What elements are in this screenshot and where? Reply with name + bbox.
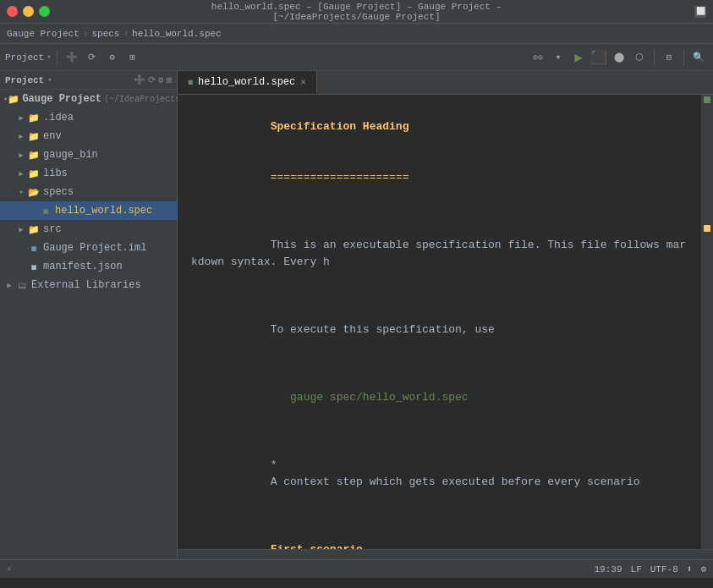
sidebar-gear-icon[interactable]: ⚙ [158, 74, 164, 85]
sidebar-item-hello-world-spec[interactable]: ▶ ◼ hello_world.spec [0, 201, 177, 220]
sidebar-item-gauge-project[interactable]: ▾ 📁 Gauge Project (~/IdeaProjects... [0, 90, 177, 108]
add-icon[interactable]: ➕ [63, 48, 81, 67]
editor-area: ◼ hello_world.spec ✕ Specification Headi… [178, 71, 713, 559]
sidebar-item-idea[interactable]: ▶ 📁 .idea [0, 108, 177, 127]
toolbar-separator-2 [654, 49, 655, 66]
close-button[interactable] [7, 6, 18, 17]
title-bar: hello_world.spec – [Gauge Project] – Gau… [0, 0, 713, 24]
sidebar-item-gauge-bin[interactable]: ▶ 📁 gauge_bin [0, 146, 177, 164]
heading-underline: ===================== [271, 171, 409, 184]
line-text-5 [178, 288, 701, 305]
git-icon[interactable]: ⬆ [687, 563, 693, 574]
breadcrumb-project[interactable]: Gauge Project [7, 29, 80, 39]
breadcrumb-file[interactable]: hello_world.spec [132, 29, 222, 39]
toolbar-right: ⊕⊗ ▾ ▶ ⬛ ⬤ ⬡ ⊟ 🔍 [529, 48, 708, 67]
editor-line-10: * A context step which gets executed bef… [178, 440, 701, 508]
line-text-1: Specification Heading [178, 102, 701, 152]
folder-icon-src: 📁 [27, 223, 41, 236]
search-button[interactable]: 🔍 [689, 48, 708, 67]
settings-status-icon[interactable]: ⚙ [700, 563, 706, 574]
expand-arrow-idea: ▶ [15, 112, 27, 124]
editor-content[interactable]: Specification Heading ==================… [178, 95, 701, 549]
tab-spec-icon: ◼ [188, 77, 193, 87]
sidebar-item-external-libraries[interactable]: ▶ 🗂 External Libraries [0, 276, 177, 294]
editor-horizontal-scrollbar[interactable] [178, 549, 713, 559]
status-encoding: UTF-8 [650, 564, 678, 574]
gauge-icon[interactable]: ⊕⊗ [529, 48, 547, 67]
settings-icon[interactable]: ⚙ [103, 48, 122, 67]
status-time: 19:39 [595, 564, 623, 574]
breadcrumb-sep-1: › [83, 29, 89, 39]
title-bar-right: ⬜ [691, 6, 706, 18]
sidebar-layout-icon[interactable]: ⊞ [166, 74, 172, 85]
sidebar-item-manifest-json[interactable]: ▶ ◼ manifest.json [0, 257, 177, 276]
line-text-6: To execute this specification, use [178, 305, 701, 355]
editor-line-4: This is an executable specification file… [178, 220, 701, 288]
minimize-button[interactable] [23, 6, 34, 17]
iml-file-icon: ◼ [27, 241, 41, 255]
line-text-3 [178, 203, 701, 220]
line-text-12: First scenario [178, 525, 701, 549]
expand-arrow-libs: ▶ [15, 168, 27, 179]
toolbar-project-section: Project ▾ [5, 52, 52, 63]
toolbar-project-label: Project ▾ [5, 52, 52, 63]
run-button[interactable]: ▶ [569, 48, 588, 67]
profile-button[interactable]: ⬡ [630, 48, 649, 67]
expand-arrow-src: ▶ [15, 223, 27, 235]
sidebar-header: Project ▾ ➕ ⟳ ⚙ ⊞ [0, 71, 177, 90]
main-layout: Project ▾ ➕ ⟳ ⚙ ⊞ ▾ 📁 Gauge Project (~/I… [0, 71, 713, 559]
sidebar-item-src[interactable]: ▶ 📁 src [0, 220, 177, 239]
expand-arrow-specs: ▾ [15, 186, 27, 198]
editor-line-8: gauge spec/hello_world.spec [178, 372, 701, 423]
sidebar: Project ▾ ➕ ⟳ ⚙ ⊞ ▾ 📁 Gauge Project (~/I… [0, 71, 178, 559]
heading-text: Specification Heading [271, 120, 409, 133]
status-right: 19:39 LF UTF-8 ⬆ ⚙ [595, 563, 706, 574]
line-text-4: This is an executable specification file… [178, 220, 701, 288]
layout-toggle-button[interactable]: ⊟ [660, 48, 678, 67]
maximize-button[interactable] [39, 6, 50, 17]
layout-icon[interactable]: ⊞ [123, 48, 142, 67]
editor-line-9 [178, 423, 701, 440]
sync-icon[interactable]: ⟳ [83, 48, 101, 67]
editor-with-margin: Specification Heading ==================… [178, 95, 713, 549]
external-libraries-icon: 🗂 [15, 278, 29, 292]
status-bar: ⚡ 19:39 LF UTF-8 ⬆ ⚙ [0, 559, 713, 578]
editor-right-margin [701, 95, 713, 549]
window-resize-btn[interactable]: ⬜ [694, 6, 706, 18]
folder-open-icon-specs: 📂 [27, 185, 41, 199]
window-title: hello_world.spec – [Gauge Project] – Gau… [178, 2, 535, 22]
folder-icon-gauge-bin: 📁 [27, 148, 41, 162]
expand-arrow-env: ▶ [15, 130, 27, 142]
debug-button[interactable]: ⬛ [590, 48, 608, 67]
folder-open-icon: 📁 [8, 92, 19, 106]
sidebar-header-label: Project [5, 75, 44, 85]
tab-bar: ◼ hello_world.spec ✕ [178, 71, 713, 95]
sidebar-add-icon[interactable]: ➕ [134, 74, 145, 85]
toolbar: Project ▾ ➕ ⟳ ⚙ ⊞ ⊕⊗ ▾ ▶ ⬛ ⬤ ⬡ ⊟ 🔍 [0, 44, 713, 71]
sidebar-item-specs[interactable]: ▾ 📂 specs [0, 183, 177, 201]
sidebar-sync-icon[interactable]: ⟳ [148, 74, 156, 85]
line-text-2: ===================== [178, 152, 701, 203]
line-text-7 [178, 355, 701, 372]
editor-line-1: Specification Heading [178, 102, 701, 152]
sidebar-item-gauge-project-iml[interactable]: ▶ ◼ Gauge Project.iml [0, 239, 177, 257]
status-left-info: ⚡ [7, 564, 12, 574]
json-file-icon: ◼ [27, 260, 41, 273]
margin-mark-1 [704, 96, 710, 103]
toolbar-separator-1 [57, 49, 58, 66]
coverage-button[interactable]: ⬤ [610, 48, 628, 67]
sidebar-item-libs[interactable]: ▶ 📁 libs [0, 164, 177, 183]
sidebar-item-env[interactable]: ▶ 📁 env [0, 127, 177, 146]
line-text-9 [178, 423, 701, 440]
tab-close-button[interactable]: ✕ [300, 76, 306, 87]
folder-icon-env: 📁 [27, 129, 41, 143]
breadcrumb-folder[interactable]: specs [91, 29, 119, 39]
traffic-lights[interactable] [7, 6, 50, 17]
chevron-down-icon-sidebar[interactable]: ▾ [47, 75, 52, 85]
line-text-8: gauge spec/hello_world.spec [178, 372, 701, 423]
dropdown-icon[interactable]: ▾ [549, 48, 568, 67]
editor-line-2: ===================== [178, 152, 701, 203]
spec-file-icon: ◼ [39, 204, 52, 217]
chevron-down-icon[interactable]: ▾ [47, 52, 51, 62]
tab-hello-world-spec[interactable]: ◼ hello_world.spec ✕ [178, 71, 317, 94]
